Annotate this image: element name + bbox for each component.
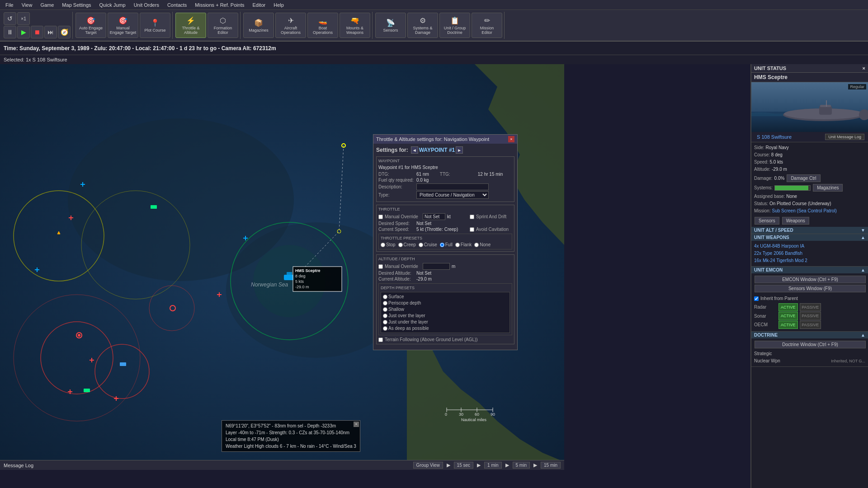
magazines-btn[interactable]: 📦 Magazines xyxy=(243,13,274,38)
menu-missions[interactable]: Missions + Ref. Points xyxy=(191,1,248,9)
depth-surface[interactable]: Surface xyxy=(383,294,508,299)
sensors-window-btn[interactable]: Sensors Window (F9) xyxy=(755,285,866,292)
nav-btn[interactable]: 🧭 xyxy=(58,26,71,38)
depth-just-under-radio[interactable] xyxy=(383,320,387,324)
plot-course-btn[interactable]: 📍 Plot Course xyxy=(140,13,170,38)
manual-engage-btn[interactable]: 🎯 ManualEngage Target xyxy=(108,13,138,38)
auto-engage-btn[interactable]: 🎯 Auto EngageTarget xyxy=(75,13,106,38)
oecm-active-badge[interactable]: ACTIVE xyxy=(778,321,798,329)
menu-quick-jump[interactable]: Quick Jump xyxy=(96,1,129,9)
sensors-panel-btn[interactable]: Sensors xyxy=(755,217,779,225)
time-step-15s[interactable]: 15 sec xyxy=(454,462,473,469)
unit-msg-log-btn[interactable]: Unit Message Log xyxy=(825,134,864,140)
prev-waypoint-btn[interactable]: ◄ xyxy=(411,146,418,154)
magazines-panel-btn[interactable]: Magazines xyxy=(813,184,843,192)
systems-damage-btn[interactable]: ⚙ Systems &Damage xyxy=(407,13,438,38)
weapon-2[interactable]: 22x Type 2066 Bandfish xyxy=(754,250,865,257)
throttle-manual-checkbox[interactable] xyxy=(378,215,383,219)
time-step-1m[interactable]: 1 min xyxy=(484,462,501,469)
dialog-titlebar[interactable]: Throttle & Altitude settings for: Naviga… xyxy=(373,135,517,144)
radar-passive-badge[interactable]: PASSIVE xyxy=(800,303,821,311)
throttle-manual-input[interactable] xyxy=(423,213,445,220)
depth-surface-radio[interactable] xyxy=(383,295,387,299)
play-btn[interactable]: ▶ xyxy=(17,26,30,38)
depth-just-over-radio[interactable] xyxy=(383,314,387,318)
unit-alt-speed-header[interactable]: UNIT ALT / SPEED ▼ xyxy=(751,227,868,234)
depth-shallow[interactable]: Shallow xyxy=(383,307,508,312)
time-step-5m[interactable]: 5 min xyxy=(513,462,530,469)
unit-group-doctrine-btn[interactable]: 📋 Unit / GroupDoctrine xyxy=(439,13,470,38)
oecm-passive-badge[interactable]: PASSIVE xyxy=(800,321,821,329)
throttle-altitude-btn[interactable]: ⚡ Throttle &Altitude xyxy=(175,13,206,38)
group-view-btn[interactable]: Group View xyxy=(413,462,443,469)
aircraft-ops-btn[interactable]: ✈ AircraftOperations xyxy=(275,13,306,38)
menu-view[interactable]: View xyxy=(18,1,36,9)
sprint-drift-checkbox[interactable] xyxy=(470,215,474,219)
fast-forward-btn[interactable]: ⏭ xyxy=(44,26,57,38)
emcon-window-btn[interactable]: EMCON Window (Ctrl + F9) xyxy=(755,276,866,283)
terrain-following-checkbox[interactable] xyxy=(378,338,383,342)
loop-btn[interactable]: ↺ xyxy=(4,12,16,25)
menu-game[interactable]: Game xyxy=(37,1,57,9)
formation-editor-btn[interactable]: ⬡ FormationEditor xyxy=(208,13,238,38)
boat-ops-btn[interactable]: 🚤 BoatOperations xyxy=(307,13,338,38)
menu-map-settings[interactable]: Map Settings xyxy=(58,1,94,9)
sonar-passive-badge[interactable]: PASSIVE xyxy=(800,312,821,320)
preset-creep[interactable]: Creep xyxy=(398,242,416,247)
sensors-btn[interactable]: 📡 Sensors xyxy=(375,13,406,38)
depth-just-under[interactable]: Just under the layer xyxy=(383,319,508,324)
unit-name-link[interactable]: S 108 Swiftsure xyxy=(754,133,794,141)
preset-full[interactable]: Full xyxy=(440,242,453,247)
depth-deep-radio[interactable] xyxy=(383,326,387,331)
mounts-weapons-btn[interactable]: 🔫 Mounts &Weapons xyxy=(340,13,370,38)
unit-emcon-title: UNIT EMCON xyxy=(754,267,783,272)
desc-input[interactable] xyxy=(416,183,489,190)
menu-editor[interactable]: Editor xyxy=(249,1,269,9)
weapons-panel-btn[interactable]: Weapons xyxy=(782,217,809,225)
pause-btn[interactable]: ⏸ xyxy=(4,26,16,38)
stop-btn[interactable]: ⏹ xyxy=(31,26,43,38)
time-step-15m[interactable]: 15 min xyxy=(541,462,561,469)
preset-stop[interactable]: Stop xyxy=(381,242,396,247)
map-info-close-btn[interactable]: × xyxy=(354,422,359,427)
altitude-manual-checkbox[interactable] xyxy=(378,264,383,269)
preset-cruise[interactable]: Cruise xyxy=(419,242,437,247)
unit-emcon-header[interactable]: UNIT EMCON ▲ xyxy=(751,267,868,273)
doctrine-window-btn[interactable]: Doctrine Window (Ctrl + F9) xyxy=(755,341,866,348)
doctrine-header[interactable]: DOCTRINE ▲ xyxy=(751,332,868,338)
altitude-manual-label: Manual Override xyxy=(385,264,421,269)
weapon-3[interactable]: 16x Mk-24 Tigerfish Mod 2 xyxy=(754,257,865,264)
preset-flank[interactable]: Flank xyxy=(455,242,472,247)
dialog-close-btn[interactable]: × xyxy=(508,136,514,142)
altitude-manual-input[interactable] xyxy=(423,263,450,270)
damage-ctrl-btn[interactable]: Damage Ctrl xyxy=(787,174,820,182)
preset-full-radio[interactable] xyxy=(440,243,444,247)
preset-cruise-radio[interactable] xyxy=(419,243,423,247)
type-select[interactable]: Plotted Course / Navigation xyxy=(416,191,489,199)
preset-none-radio[interactable] xyxy=(474,243,479,247)
menu-file[interactable]: File xyxy=(2,1,17,9)
menu-help[interactable]: Help xyxy=(270,1,288,9)
depth-just-over[interactable]: Just over the layer xyxy=(383,313,508,318)
mission-value[interactable]: Sub Screen (Sea Control Patrol) xyxy=(772,208,836,213)
depth-deep[interactable]: As deep as possible xyxy=(383,326,508,331)
toolbar: ↺ ×1 ⏸ ▶ ⏹ ⏭ 🧭 🎯 Auto EngageTarget 🎯 Man… xyxy=(0,10,868,42)
menu-contacts[interactable]: Contacts xyxy=(164,1,190,9)
preset-creep-radio[interactable] xyxy=(398,243,403,247)
menu-unit-orders[interactable]: Unit Orders xyxy=(130,1,163,9)
weapon-1[interactable]: 4x UGM-84B Harpoon IA xyxy=(754,243,865,250)
mission-editor-btn[interactable]: ✏ MissionEditor xyxy=(472,13,502,38)
inherit-parent-checkbox[interactable] xyxy=(754,296,759,301)
next-waypoint-btn[interactable]: ► xyxy=(456,146,463,154)
sonar-active-badge[interactable]: ACTIVE xyxy=(778,312,798,320)
unit-weapons-header[interactable]: UNIT WEAPONS ▲ xyxy=(751,234,868,241)
preset-none[interactable]: None xyxy=(474,242,491,247)
preset-stop-radio[interactable] xyxy=(381,243,385,247)
depth-periscope-radio[interactable] xyxy=(383,301,387,305)
depth-periscope[interactable]: Periscope depth xyxy=(383,300,508,305)
depth-shallow-radio[interactable] xyxy=(383,307,387,312)
avoid-cavitation-checkbox[interactable] xyxy=(470,227,474,232)
radar-active-badge[interactable]: ACTIVE xyxy=(778,303,798,311)
preset-flank-radio[interactable] xyxy=(455,243,460,247)
unit-status-close[interactable]: × xyxy=(863,66,865,71)
